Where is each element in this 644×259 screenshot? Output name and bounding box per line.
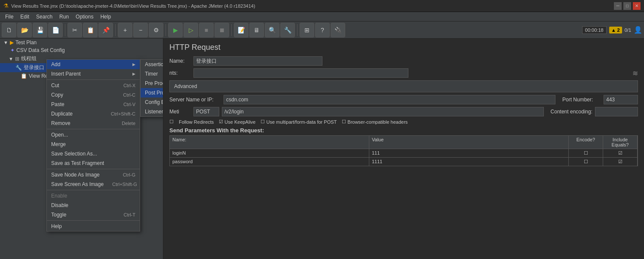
col-name: Name: [170, 136, 369, 149]
include-checkbox-2[interactable]: ☑ [618, 159, 623, 164]
paste-button[interactable]: 📌 [98, 23, 113, 37]
name-input[interactable] [193, 56, 322, 66]
row1-include: ☑ [603, 149, 638, 157]
sub-preprocessors[interactable]: Pre Processors [141, 79, 163, 88]
start-button[interactable]: ▶ [168, 23, 183, 37]
ctx-copy[interactable]: Copy Ctrl-C [47, 90, 140, 100]
menu-run[interactable]: Run [56, 13, 72, 21]
encode-checkbox-1[interactable]: ☐ [584, 150, 588, 155]
encode-checkbox-2[interactable]: ☐ [584, 159, 588, 164]
tree-item-csv[interactable]: ✦ CSV Data Set Config [0, 46, 163, 54]
menu-edit[interactable]: Edit [17, 13, 33, 21]
stop-button[interactable]: ■ [199, 23, 214, 37]
expand-icon2: ▼ [9, 56, 13, 61]
ctx-sep1 [47, 79, 140, 80]
server-row: Server Name or IP: Port Number: [169, 95, 638, 104]
advanced-section: Advanced [169, 80, 638, 92]
sep4 [231, 24, 232, 36]
ctx-paste[interactable]: Paste Ctrl-V [47, 100, 140, 109]
remote-stop-button[interactable]: 🔍 [265, 23, 279, 37]
compatible-option: ☐ Browser-compatible headers [342, 119, 408, 125]
ctx-save-node-image[interactable]: Save Node As Image Ctrl-G [47, 170, 140, 180]
templates-button[interactable]: ⊞ [300, 23, 314, 37]
row2-encode: ☐ [569, 158, 603, 166]
comments-input[interactable] [193, 68, 408, 78]
timer-display: 00:00:18 [582, 26, 607, 34]
menu-file[interactable]: File [2, 13, 17, 21]
menu-options[interactable]: Options [72, 13, 97, 21]
menu-bar: File Edit Search Run Options Help [0, 12, 644, 21]
method-row: Meti Content encoding: [169, 107, 638, 116]
content-encoding-input[interactable] [595, 107, 638, 116]
save-button[interactable]: 💾 [33, 23, 47, 37]
configure-button[interactable]: ⚙ [149, 23, 163, 37]
method-input[interactable] [193, 107, 219, 116]
name-row: Name: [169, 56, 638, 66]
keepalive-checkbox[interactable]: ☑ [219, 119, 223, 125]
ctx-add[interactable]: Add [47, 60, 140, 69]
ctx-save-test-fragment[interactable]: Save as Test Fragment [47, 158, 140, 168]
function-helper-button[interactable]: 🔧 [280, 23, 295, 37]
sub-listener[interactable]: Listener [141, 107, 163, 116]
minimize-button[interactable]: ─ [614, 2, 622, 10]
ctx-toggle[interactable]: Toggle Ctrl-T [47, 210, 140, 219]
remove-button[interactable]: − [133, 23, 148, 37]
sub-timer[interactable]: Timer [141, 69, 163, 79]
sub-postprocessors[interactable]: Post Processors [141, 88, 163, 98]
ctx-save-screen-image[interactable]: Save Screen As Image Ctrl+Shift-G [47, 180, 140, 189]
copy-button[interactable]: 📋 [83, 23, 98, 37]
cut-button[interactable]: ✂ [67, 23, 82, 37]
testplan-icon: ▶ [10, 40, 14, 46]
sep3 [166, 24, 166, 36]
sep2 [115, 24, 116, 36]
script-button[interactable]: 📝 [234, 23, 248, 37]
add-button[interactable]: + [118, 23, 132, 37]
ctx-help[interactable]: Help [47, 222, 140, 231]
ctx-cut[interactable]: Cut Ctrl-X [47, 81, 140, 90]
ctx-merge[interactable]: Merge [47, 140, 140, 149]
close-button[interactable]: ✕ [633, 2, 641, 10]
open-button[interactable]: 📂 [17, 23, 32, 37]
compatible-checkbox[interactable]: ☐ [342, 119, 346, 125]
app-icon: ⚗ [3, 3, 9, 9]
new-button[interactable]: 🗋 [2, 23, 16, 37]
sub-config-element[interactable]: Config Element [141, 98, 163, 107]
ctx-open[interactable]: Open... [47, 130, 140, 140]
server-input[interactable] [224, 95, 555, 104]
tree-item-testplan[interactable]: ▼ ▶ Test Plan [0, 39, 163, 46]
ctx-disable[interactable]: Disable [47, 201, 140, 210]
ctx-sep5 [47, 220, 140, 221]
menu-search[interactable]: Search [33, 13, 56, 21]
table-row: loginN 111 ☐ ☑ [169, 149, 638, 158]
include-checkbox-1[interactable]: ☑ [618, 150, 623, 155]
viewres-icon: 📋 [21, 73, 27, 79]
left-panel: ▼ ▶ Test Plan ✦ CSV Data Set Config ▼ ⊞ … [0, 39, 163, 259]
ctx-enable: Enable [47, 191, 140, 201]
help-button[interactable]: ? [315, 23, 330, 37]
ctx-duplicate[interactable]: Duplicate Ctrl+Shift-C [47, 109, 140, 119]
row1-name: loginN [170, 149, 369, 157]
remote-start-button[interactable]: 🖥 [249, 23, 264, 37]
profile-icon: 👤 [634, 26, 642, 34]
comments-row: nts: ≋ [169, 68, 638, 78]
port-label: Port Number: [562, 97, 601, 103]
port-input[interactable] [604, 95, 638, 104]
path-input[interactable] [222, 107, 544, 116]
maximize-button[interactable]: □ [623, 2, 631, 10]
ctx-remove[interactable]: Remove Delete [47, 119, 140, 128]
compatible-label: Browser-compatible headers [347, 119, 408, 125]
shutdown-button[interactable]: ⏹ [215, 23, 229, 37]
plugin-button[interactable]: 🔌 [331, 23, 345, 37]
main-layout: ▼ ▶ Test Plan ✦ CSV Data Set Config ▼ ⊞ … [0, 39, 644, 259]
ctx-insert-parent[interactable]: Insert Parent [47, 69, 140, 79]
sub-assertions[interactable]: Assertions [141, 60, 163, 69]
multipart-checkbox[interactable]: ☐ [261, 119, 265, 125]
server-label: Server Name or IP: [169, 97, 221, 103]
row2-name: password [170, 158, 369, 166]
comments-label: nts: [169, 70, 191, 76]
title-text: View Results Tree.jmx (D:\tools\apache-j… [11, 3, 255, 9]
save-as-button[interactable]: 📄 [48, 23, 63, 37]
start-no-pause-button[interactable]: ▷ [184, 23, 198, 37]
ctx-save-selection[interactable]: Save Selection As... [47, 149, 140, 158]
menu-help[interactable]: Help [97, 13, 114, 21]
